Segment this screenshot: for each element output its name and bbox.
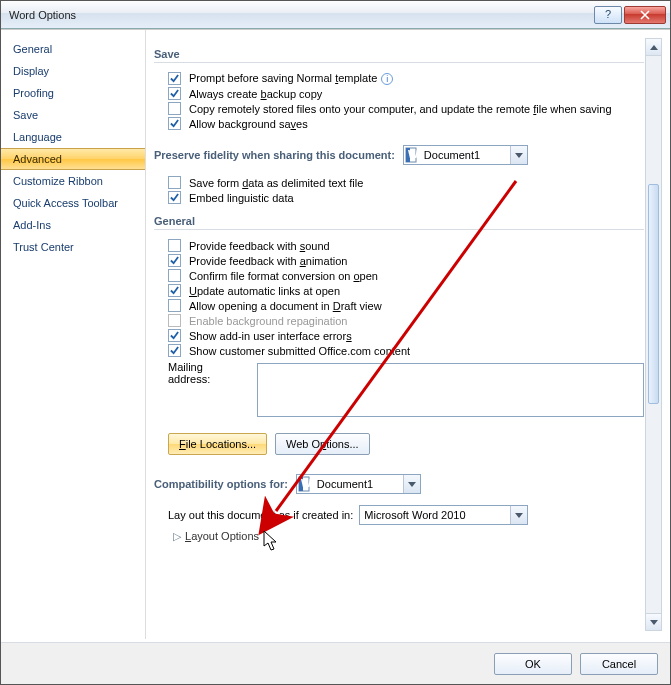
preserve-document-combo[interactable]: W Document1 xyxy=(403,145,528,165)
sidebar-item-trust-center[interactable]: Trust Center xyxy=(1,236,145,258)
preserve-label-0: Save form data as delimited text file xyxy=(189,177,363,189)
window-title: Word Options xyxy=(9,9,592,21)
save-option-2: Copy remotely stored files onto your com… xyxy=(168,101,644,116)
sidebar-item-customize-ribbon[interactable]: Customize Ribbon xyxy=(1,170,145,192)
cancel-button[interactable]: Cancel xyxy=(580,653,658,675)
save-label-1: Always create backup copy xyxy=(189,88,322,100)
preserve-option-0: Save form data as delimited text file xyxy=(168,175,644,190)
sidebar-item-quick-access-toolbar[interactable]: Quick Access Toolbar xyxy=(1,192,145,214)
content-wrap: Save Prompt before saving Normal templat… xyxy=(146,30,670,639)
save-label-2: Copy remotely stored files onto your com… xyxy=(189,103,612,115)
layout-as-label: Lay out this document as if created in: xyxy=(168,509,353,521)
chevron-down-icon[interactable] xyxy=(510,506,527,524)
svg-text:?: ? xyxy=(605,10,611,20)
preserve-option-1: Embed linguistic data xyxy=(168,190,644,205)
dialog-footer: OK Cancel xyxy=(1,642,670,684)
preserve-label-1: Embed linguistic data xyxy=(189,192,294,204)
general-checkbox-2[interactable] xyxy=(168,269,181,282)
mailing-address-field[interactable] xyxy=(257,363,644,417)
title-bar: Word Options ? xyxy=(1,1,670,29)
section-preserve-header: Preserve fidelity when sharing this docu… xyxy=(154,149,395,161)
sidebar: General Display Proofing Save Language A… xyxy=(1,30,146,639)
mailing-address-label: Mailing address: xyxy=(168,361,247,385)
save-label-0: Prompt before saving Normal templatei xyxy=(189,72,393,85)
general-checkbox-5 xyxy=(168,314,181,327)
save-checkbox-1[interactable] xyxy=(168,87,181,100)
expand-icon[interactable]: ▷ xyxy=(172,530,181,543)
save-option-1: Always create backup copy xyxy=(168,86,644,101)
preserve-document-value: Document1 xyxy=(420,149,510,161)
sidebar-item-general[interactable]: General xyxy=(1,38,145,60)
general-option-1: Provide feedback with animation xyxy=(168,253,644,268)
general-label-2: Confirm file format conversion on open xyxy=(189,270,378,282)
ok-button[interactable]: OK xyxy=(494,653,572,675)
sidebar-item-language[interactable]: Language xyxy=(1,126,145,148)
general-checkbox-1[interactable] xyxy=(168,254,181,267)
save-option-3: Allow background saves xyxy=(168,116,644,131)
compat-document-value: Document1 xyxy=(313,478,403,490)
main-area: General Display Proofing Save Language A… xyxy=(1,29,670,639)
layout-as-value: Microsoft Word 2010 xyxy=(360,509,510,521)
preserve-checkbox-1[interactable] xyxy=(168,191,181,204)
sidebar-item-advanced[interactable]: Advanced xyxy=(1,148,145,170)
general-label-5: Enable background repagination xyxy=(189,315,347,327)
save-checkbox-0[interactable] xyxy=(168,72,181,85)
info-icon[interactable]: i xyxy=(381,73,393,85)
general-checkbox-7[interactable] xyxy=(168,344,181,357)
svg-text:W: W xyxy=(301,477,312,489)
layout-as-combo[interactable]: Microsoft Word 2010 xyxy=(359,505,528,525)
svg-text:W: W xyxy=(408,148,419,160)
sidebar-item-save[interactable]: Save xyxy=(1,104,145,126)
scroll-down-button[interactable] xyxy=(646,613,661,630)
general-label-4: Allow opening a document in Draft view xyxy=(189,300,382,312)
general-label-1: Provide feedback with animation xyxy=(189,255,347,267)
general-option-6: Show add-in user interface errors xyxy=(168,328,644,343)
preserve-checkbox-0[interactable] xyxy=(168,176,181,189)
general-option-0: Provide feedback with sound xyxy=(168,238,644,253)
general-option-2: Confirm file format conversion on open xyxy=(168,268,644,283)
save-checkbox-3[interactable] xyxy=(168,117,181,130)
general-checkbox-4[interactable] xyxy=(168,299,181,312)
save-option-0: Prompt before saving Normal templatei xyxy=(168,71,644,86)
general-option-5: Enable background repagination xyxy=(168,313,644,328)
sidebar-item-display[interactable]: Display xyxy=(1,60,145,82)
section-general-header: General xyxy=(154,211,644,230)
general-option-3: Update automatic links at open xyxy=(168,283,644,298)
general-label-6: Show add-in user interface errors xyxy=(189,330,352,342)
sidebar-item-proofing[interactable]: Proofing xyxy=(1,82,145,104)
layout-options-tree[interactable]: ▷Layout Options xyxy=(172,530,644,543)
chevron-down-icon[interactable] xyxy=(403,475,420,493)
web-options-button[interactable]: Web Options... xyxy=(275,433,370,455)
file-locations-button[interactable]: File Locations... xyxy=(168,433,267,455)
save-label-3: Allow background saves xyxy=(189,118,308,130)
section-compat-header: Compatibility options for: xyxy=(154,478,288,490)
general-label-3: Update automatic links at open xyxy=(189,285,340,297)
general-checkbox-0[interactable] xyxy=(168,239,181,252)
general-checkbox-3[interactable] xyxy=(168,284,181,297)
compat-document-combo[interactable]: W Document1 xyxy=(296,474,421,494)
general-option-7: Show customer submitted Office.com conte… xyxy=(168,343,644,358)
general-checkbox-6[interactable] xyxy=(168,329,181,342)
scroll-up-button[interactable] xyxy=(646,39,661,56)
help-button[interactable]: ? xyxy=(594,6,622,24)
save-checkbox-2[interactable] xyxy=(168,102,181,115)
content-pane: Save Prompt before saving Normal templat… xyxy=(154,38,662,639)
scroll-thumb[interactable] xyxy=(648,184,659,404)
general-label-7: Show customer submitted Office.com conte… xyxy=(189,345,410,357)
sidebar-item-add-ins[interactable]: Add-Ins xyxy=(1,214,145,236)
vertical-scrollbar[interactable] xyxy=(645,38,662,631)
chevron-down-icon[interactable] xyxy=(510,146,527,164)
section-save-header: Save xyxy=(154,44,644,63)
word-doc-icon: W xyxy=(297,476,313,492)
word-doc-icon: W xyxy=(404,147,420,163)
close-button[interactable] xyxy=(624,6,666,24)
general-option-4: Allow opening a document in Draft view xyxy=(168,298,644,313)
general-label-0: Provide feedback with sound xyxy=(189,240,330,252)
